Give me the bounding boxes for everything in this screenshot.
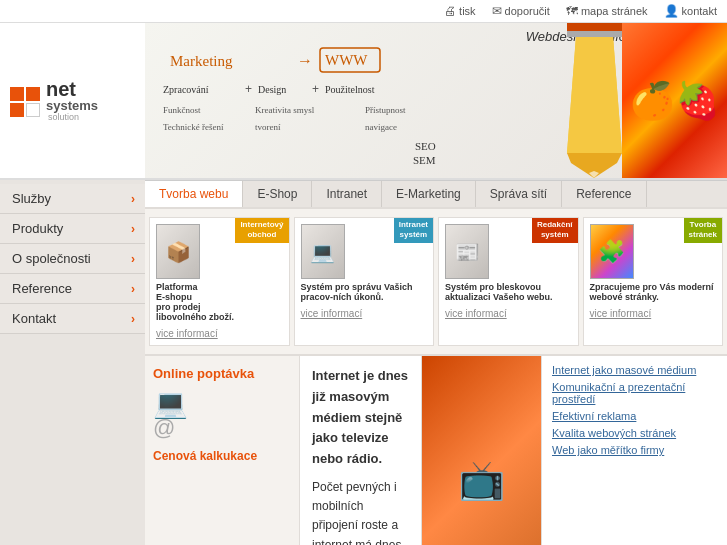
card-title-eshop: PlatformaE-shopupro prodejlibovolného zb… [156, 282, 283, 322]
card-icon-tvorba: 🧩 [590, 224, 634, 279]
tab-emarketing[interactable]: E-Marketing [382, 181, 476, 207]
hero-images: 🍊🍓 [567, 23, 727, 178]
diagram-area: Marketing → WWW Zpracování + Design + Po… [145, 23, 567, 178]
diagram-pristupnost: Přístupnost [365, 105, 406, 115]
diagram-seo: SEO [415, 140, 436, 152]
logo-solution: solution [48, 112, 98, 122]
sidebar-item-reference[interactable]: Reference › [0, 274, 145, 304]
online-poptavka-title: Online poptávka [153, 366, 291, 381]
diagram-plus2: + [312, 82, 319, 96]
bottom-left: Online poptávka 💻 @ Cenová kalkukace [145, 356, 300, 545]
tv-emoji: 📺 [458, 458, 505, 502]
bottom-tv-image: 📺 [422, 356, 542, 545]
product-card-tvorba: Tvorbastránek 🧩 Zpracujeme pro Vás moder… [583, 217, 724, 346]
food-image: 🍊🍓 [622, 23, 727, 178]
card-link-eshop[interactable]: vice informací [156, 328, 283, 339]
bottom-middle: Internet je dnes již masovým médiem stej… [300, 356, 422, 545]
logo-square-4 [26, 103, 40, 117]
card-banner-redakcni: Redakčnísystém [532, 218, 578, 243]
tab-intranet[interactable]: Intranet [312, 181, 382, 207]
card-banner-intranet: Intranetsystém [394, 218, 433, 243]
sidebar-item-sluzby[interactable]: Služby › [0, 184, 145, 214]
svg-rect-4 [567, 23, 622, 31]
main-layout: Služby › Produkty › O společnosti › Refe… [0, 180, 727, 545]
sidebar-item-produkty[interactable]: Produkty › [0, 214, 145, 244]
logo-square-2 [26, 87, 40, 101]
diagram-marketing-text: Marketing [170, 53, 233, 69]
diagram-plus1: + [245, 82, 252, 96]
diagram-funkčnost: Funkčnost [163, 105, 201, 115]
at-icon: @ [153, 415, 291, 441]
card-link-intranet[interactable]: vice informací [301, 308, 428, 319]
mapa-label: mapa stránek [581, 5, 648, 17]
doporucit-label: doporučit [505, 5, 550, 17]
print-icon: 🖨 [444, 4, 456, 18]
diagram-navigace: navigace [365, 122, 397, 132]
nav-tabs: Tvorba webu E-Shop Intranet E-Marketing … [145, 180, 727, 207]
sidebar-arrow-sluzby: › [131, 192, 135, 206]
right-link-3[interactable]: Efektivní reklama [552, 410, 717, 422]
person-icon: 👤 [664, 4, 679, 18]
sidebar: Služby › Produkty › O společnosti › Refe… [0, 180, 145, 545]
product-card-intranet: Intranetsystém 💻 Systém pro správu Vašic… [294, 217, 435, 346]
tab-sprava-siti[interactable]: Správa sítí [476, 181, 562, 207]
diagram-www-text: WWW [325, 52, 368, 68]
card-title-redakcni: Systém pro bleskovou aktualizaci Vašeho … [445, 282, 572, 302]
logo-square-1 [10, 87, 24, 101]
sidebar-kontakt-label: Kontakt [12, 311, 56, 326]
svg-rect-5 [567, 31, 622, 37]
tab-tvorba-webu[interactable]: Tvorba webu [145, 181, 243, 207]
bottom-section: Online poptávka 💻 @ Cenová kalkukace Int… [145, 354, 727, 545]
diagram-technicke: Technické řešení [163, 122, 224, 132]
card-icon-redakcni: 📰 [445, 224, 489, 279]
diagram-zpracovani: Zpracování [163, 84, 209, 95]
right-link-4[interactable]: Kvalita webových stránek [552, 427, 717, 439]
card-icon-intranet: 💻 [301, 224, 345, 279]
map-icon: 🗺 [566, 4, 578, 18]
card-banner-eshop: Internetovýobchod [235, 218, 288, 243]
product-cards: Internetovýobchod 📦 PlatformaE-shopupro … [145, 207, 727, 354]
kontakt-link[interactable]: 👤 kontakt [664, 4, 717, 18]
pencil-svg [567, 23, 622, 178]
tab-reference[interactable]: Reference [562, 181, 646, 207]
middle-highlight: Internet je dnes již masovým médiem stej… [312, 366, 409, 470]
diagram-tvoreni: tvorení [255, 122, 281, 132]
sidebar-ospolecnosti-label: O společnosti [12, 251, 91, 266]
product-card-eshop: Internetovýobchod 📦 PlatformaE-shopupro … [149, 217, 290, 346]
logo-square-3 [10, 103, 24, 117]
top-bar: 🖨 tisk ✉ doporučit 🗺 mapa stránek 👤 kont… [0, 0, 727, 23]
diagram-kreativita: Kreativita smysl [255, 105, 315, 115]
tisk-link[interactable]: 🖨 tisk [444, 4, 476, 18]
card-link-tvorba[interactable]: vice informací [590, 308, 717, 319]
logo-systems: systems [46, 99, 98, 112]
svg-marker-1 [567, 23, 622, 153]
sidebar-arrow-reference: › [131, 282, 135, 296]
doporucit-link[interactable]: ✉ doporučit [492, 4, 550, 18]
middle-text: Počet pevných i mobilních připojení rost… [312, 478, 409, 545]
right-link-5[interactable]: Web jako měřítko firmy [552, 444, 717, 456]
sidebar-item-kontakt[interactable]: Kontakt › [0, 304, 145, 334]
food-emoji: 🍊🍓 [630, 80, 720, 122]
right-link-1[interactable]: Internet jako masové médium [552, 364, 717, 376]
mapa-link[interactable]: 🗺 mapa stránek [566, 4, 648, 18]
tab-eshop[interactable]: E-Shop [243, 181, 312, 207]
diagram-svg: Marketing → WWW Zpracování + Design + Po… [155, 38, 495, 178]
diagram-design: Design [258, 84, 286, 95]
email-icon: ✉ [492, 4, 502, 18]
card-banner-tvorba: Tvorbastránek [684, 218, 722, 243]
sidebar-produkty-label: Produkty [12, 221, 63, 236]
sidebar-reference-label: Reference [12, 281, 72, 296]
sidebar-sluzby-label: Služby [12, 191, 51, 206]
sidebar-item-o-spolecnosti[interactable]: O společnosti › [0, 244, 145, 274]
hero-banner: Webdesign a informační systémy Marketing… [145, 23, 727, 178]
right-link-2[interactable]: Komunikační a prezentační prostředí [552, 381, 717, 405]
card-title-intranet: Systém pro správu Vašich pracov-ních úko… [301, 282, 428, 302]
sidebar-arrow-kontakt: › [131, 312, 135, 326]
diagram-pouzitelnost: Použitelnost [325, 84, 375, 95]
cenova-kalkukace-title: Cenová kalkukace [153, 449, 291, 463]
card-icon-eshop: 📦 [156, 224, 200, 279]
diagram-arrow-text: → [297, 52, 313, 69]
card-link-redakcni[interactable]: vice informací [445, 308, 572, 319]
card-title-tvorba: Zpracujeme pro Vás moderní webové stránk… [590, 282, 717, 302]
diagram-sem: SEM [413, 154, 436, 166]
